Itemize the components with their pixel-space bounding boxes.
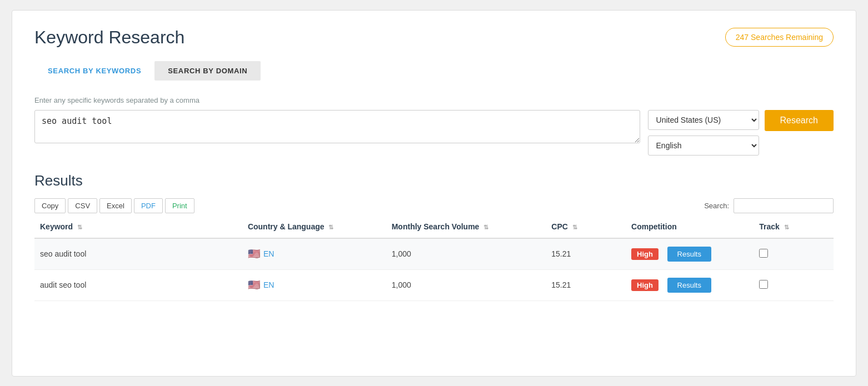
competition-badge-2: High <box>631 279 659 291</box>
cell-keyword-2: audit seo tool <box>34 269 242 300</box>
track-checkbox-2[interactable] <box>759 280 768 289</box>
cell-track-1 <box>754 238 834 270</box>
table-row: seo audit tool 🇺🇸 EN 1,000 15.21 High Re… <box>34 238 834 270</box>
copy-button[interactable]: Copy <box>34 198 66 213</box>
sort-icon-msv: ⇅ <box>483 224 488 231</box>
export-buttons: Copy CSV Excel PDF Print <box>34 198 194 213</box>
search-row: <span class="seo-underline">seo</span> a… <box>34 110 834 156</box>
cell-competition-2: High Results <box>626 269 754 300</box>
lang-code-2: EN <box>263 280 274 289</box>
cell-competition-1: High Results <box>626 238 754 270</box>
toolbar-row: Copy CSV Excel PDF Print Search: <box>34 198 834 213</box>
search-label: Search: <box>704 202 729 210</box>
results-button-1[interactable]: Results <box>667 247 711 262</box>
cell-keyword-1: seo audit tool <box>34 238 242 270</box>
header-row: Keyword Research 247 Searches Remaining <box>34 27 834 48</box>
flag-icon-2: 🇺🇸 <box>248 279 260 291</box>
cell-country-1: 🇺🇸 EN <box>242 238 386 270</box>
cell-cpc-1: 15.21 <box>546 238 626 270</box>
search-hint: Enter any specific keywords separated by… <box>34 96 834 104</box>
col-header-country[interactable]: Country & Language ⇅ <box>242 215 386 238</box>
col-header-cpc[interactable]: CPC ⇅ <box>546 215 626 238</box>
top-right-controls: United States (US) United Kingdom (UK) C… <box>648 110 834 156</box>
table-row: audit seo tool 🇺🇸 EN 1,000 15.21 High Re… <box>34 269 834 300</box>
csv-button[interactable]: CSV <box>68 198 97 213</box>
col-header-keyword[interactable]: Keyword ⇅ <box>34 215 242 238</box>
table-header-row: Keyword ⇅ Country & Language ⇅ Monthly S… <box>34 215 834 238</box>
table-search-row: Search: <box>704 198 834 213</box>
sort-icon-country: ⇅ <box>328 224 333 231</box>
cell-cpc-2: 15.21 <box>546 269 626 300</box>
col-header-track[interactable]: Track ⇅ <box>754 215 834 238</box>
cell-track-2 <box>754 269 834 300</box>
sort-icon-cpc: ⇅ <box>572 224 577 231</box>
searches-remaining-badge: 247 Searches Remaining <box>725 28 834 47</box>
excel-button[interactable]: Excel <box>99 198 132 213</box>
sort-icon-track: ⇅ <box>784 224 789 231</box>
app-container: Keyword Research 247 Searches Remaining … <box>12 10 856 377</box>
cell-country-2: 🇺🇸 EN <box>242 269 386 300</box>
track-checkbox-1[interactable] <box>759 249 768 258</box>
tabs-row: SEARCH BY KEYWORDS SEARCH BY DOMAIN <box>34 61 834 81</box>
col-header-competition[interactable]: Competition <box>626 215 754 238</box>
tab-search-by-keywords[interactable]: SEARCH BY KEYWORDS <box>34 61 154 81</box>
print-button[interactable]: Print <box>165 198 194 213</box>
flag-icon-1: 🇺🇸 <box>248 248 260 260</box>
tab-search-by-domain[interactable]: SEARCH BY DOMAIN <box>154 61 261 81</box>
results-table: Keyword ⇅ Country & Language ⇅ Monthly S… <box>34 215 834 301</box>
pdf-button[interactable]: PDF <box>134 198 163 213</box>
table-search-input[interactable] <box>734 198 834 213</box>
results-button-2[interactable]: Results <box>667 278 711 293</box>
country-select[interactable]: United States (US) United Kingdom (UK) C… <box>648 110 759 130</box>
page-title: Keyword Research <box>34 27 184 48</box>
col-header-msv[interactable]: Monthly Search Volume ⇅ <box>386 215 546 238</box>
research-button[interactable]: Research <box>765 110 834 131</box>
cell-msv-1: 1,000 <box>386 238 546 270</box>
selects-column: United States (US) United Kingdom (UK) C… <box>648 110 759 156</box>
cell-msv-2: 1,000 <box>386 269 546 300</box>
sort-icon-keyword: ⇅ <box>77 224 82 231</box>
keyword-input[interactable]: <span class="seo-underline">seo</span> a… <box>34 110 640 143</box>
language-select[interactable]: English Spanish French German <box>648 136 759 156</box>
competition-badge-1: High <box>631 248 659 260</box>
lang-code-1: EN <box>263 249 274 258</box>
results-title: Results <box>34 172 834 189</box>
